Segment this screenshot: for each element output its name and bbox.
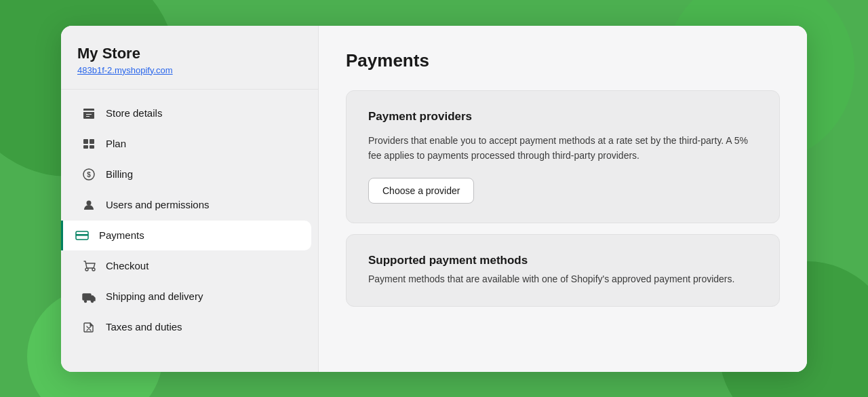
supported-methods-description: Payment methods that are available with … bbox=[368, 271, 757, 286]
store-icon bbox=[81, 106, 96, 121]
checkout-icon bbox=[81, 259, 96, 273]
sidebar: My Store 483b1f-2.myshopify.com Store de… bbox=[61, 26, 319, 372]
sidebar-item-payments-label: Payments bbox=[99, 229, 144, 241]
sidebar-item-plan-label: Plan bbox=[106, 138, 126, 149]
svg-point-10 bbox=[85, 300, 87, 302]
app-window: My Store 483b1f-2.myshopify.com Store de… bbox=[61, 26, 807, 372]
choose-provider-button[interactable]: Choose a provider bbox=[368, 178, 474, 204]
svg-rect-0 bbox=[83, 139, 88, 144]
sidebar-item-plan[interactable]: Plan bbox=[68, 129, 311, 159]
store-header: My Store 483b1f-2.myshopify.com bbox=[61, 26, 318, 90]
sidebar-item-billing[interactable]: $ Billing bbox=[68, 159, 311, 189]
sidebar-item-users-label: Users and permissions bbox=[106, 199, 210, 210]
svg-point-11 bbox=[92, 300, 94, 302]
taxes-icon bbox=[81, 320, 96, 335]
sidebar-item-store-details-label: Store details bbox=[106, 107, 162, 119]
svg-text:$: $ bbox=[87, 171, 91, 178]
sidebar-nav: Store details Plan $ Billing bbox=[61, 90, 318, 372]
payments-icon bbox=[75, 228, 90, 243]
supported-methods-card: Supported payment methods Payment method… bbox=[346, 234, 780, 306]
sidebar-item-users[interactable]: Users and permissions bbox=[68, 190, 311, 220]
svg-rect-1 bbox=[90, 139, 94, 144]
store-url[interactable]: 483b1f-2.myshopify.com bbox=[77, 65, 302, 75]
billing-icon: $ bbox=[81, 167, 96, 182]
sidebar-item-payments[interactable]: Payments bbox=[61, 221, 311, 250]
sidebar-item-shipping-label: Shipping and delivery bbox=[106, 290, 203, 302]
sidebar-item-billing-label: Billing bbox=[106, 168, 133, 180]
svg-rect-3 bbox=[90, 145, 94, 149]
users-icon bbox=[81, 197, 96, 212]
svg-point-6 bbox=[87, 200, 92, 205]
page-title: Payments bbox=[346, 50, 780, 71]
shipping-icon bbox=[81, 289, 96, 304]
svg-rect-9 bbox=[83, 294, 91, 300]
sidebar-item-taxes[interactable]: Taxes and duties bbox=[68, 312, 311, 342]
store-name: My Store bbox=[77, 45, 302, 62]
payment-providers-description: Providers that enable you to accept paym… bbox=[368, 133, 757, 164]
svg-rect-8 bbox=[76, 234, 88, 236]
payment-providers-title: Payment providers bbox=[368, 110, 757, 124]
svg-rect-2 bbox=[83, 145, 88, 149]
sidebar-item-taxes-label: Taxes and duties bbox=[106, 321, 182, 333]
sidebar-item-checkout[interactable]: Checkout bbox=[68, 251, 311, 281]
supported-methods-title: Supported payment methods bbox=[368, 254, 757, 267]
sidebar-item-store-details[interactable]: Store details bbox=[68, 98, 311, 128]
payment-providers-card: Payment providers Providers that enable … bbox=[346, 90, 780, 224]
plan-icon bbox=[81, 136, 96, 151]
sidebar-item-checkout-label: Checkout bbox=[106, 260, 149, 271]
main-content: Payments Payment providers Providers tha… bbox=[319, 26, 807, 372]
sidebar-item-shipping[interactable]: Shipping and delivery bbox=[68, 282, 311, 311]
